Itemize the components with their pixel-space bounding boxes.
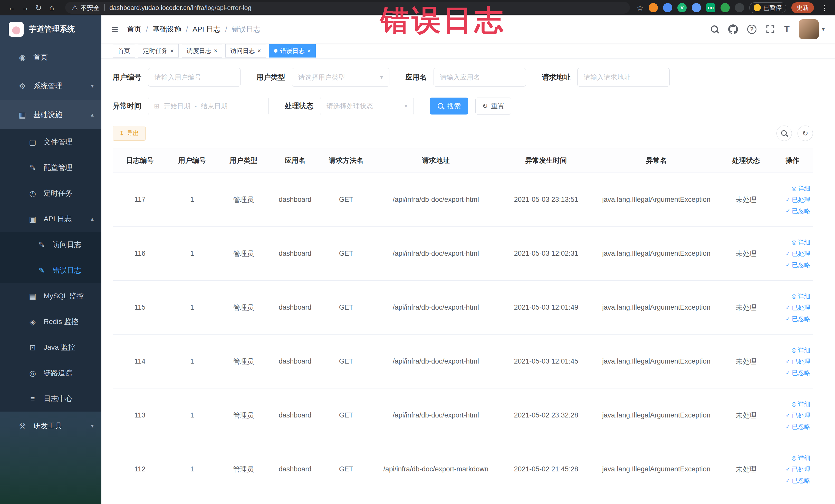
update-button[interactable]: 更新: [791, 2, 814, 13]
cell-exception-name: java.lang.IllegalArgumentException: [592, 196, 720, 204]
paused-badge[interactable]: 已暂停: [749, 2, 786, 13]
sidebar-item-redis-monitor[interactable]: ◈ Redis 监控: [0, 309, 101, 335]
tab-home[interactable]: 首页: [113, 44, 135, 58]
ignored-action-link[interactable]: ✓已忽略: [786, 261, 810, 269]
processed-action-link[interactable]: ✓已处理: [786, 249, 810, 258]
check-icon: ✓: [786, 466, 790, 472]
browser-menu-icon[interactable]: ⋮: [819, 3, 830, 12]
cell-app-name: dashboard: [270, 196, 320, 204]
extension-icon-2[interactable]: [663, 3, 672, 12]
table-toolbar: ↧ 导出 ↻: [113, 125, 813, 141]
detail-action-link[interactable]: ◎详细: [792, 184, 810, 193]
close-icon[interactable]: ×: [307, 48, 311, 54]
sidebar-item-error-log[interactable]: ✎ 错误日志: [0, 258, 101, 283]
ignored-action-link[interactable]: ✓已忽略: [786, 315, 810, 323]
ignored-action-link[interactable]: ✓已忽略: [786, 477, 810, 485]
breadcrumb-item[interactable]: 首页: [127, 24, 141, 34]
processed-action-link[interactable]: ✓已处理: [786, 411, 810, 420]
extension-icon-7[interactable]: [735, 3, 744, 12]
breadcrumb-item[interactable]: API 日志: [192, 24, 221, 34]
detail-action-link[interactable]: ◎详细: [792, 454, 810, 462]
user-menu[interactable]: ▾: [799, 19, 825, 39]
sidebar-item-config-manage[interactable]: ✎ 配置管理: [0, 155, 101, 181]
back-icon[interactable]: ←: [5, 3, 19, 12]
tab-access-log[interactable]: 访问日志 ×: [225, 44, 266, 58]
processed-action-link[interactable]: ✓已处理: [786, 303, 810, 312]
ignored-action-link[interactable]: ✓已忽略: [786, 423, 810, 431]
processed-action-link[interactable]: ✓已处理: [786, 465, 810, 473]
file-icon: ▢: [27, 138, 38, 147]
cell-request-method: GET: [320, 411, 372, 419]
sidebar-item-mysql-monitor[interactable]: ▤ MySQL 监控: [0, 283, 101, 309]
sidebar-item-java-monitor[interactable]: ⊡ Java 监控: [0, 335, 101, 360]
close-icon[interactable]: ×: [214, 48, 218, 54]
github-icon[interactable]: [728, 24, 738, 34]
forward-icon[interactable]: →: [19, 3, 32, 12]
check-icon: ✓: [786, 262, 790, 268]
export-button[interactable]: ↧ 导出: [113, 126, 145, 141]
tab-schedule-log[interactable]: 调度日志 ×: [182, 44, 222, 58]
extension-icon-1[interactable]: [649, 3, 658, 12]
tab-error-log[interactable]: 错误日志 ×: [269, 44, 316, 58]
address-bar[interactable]: ⚠ 不安全 dashboard.yudao.iocoder.cn /infra/…: [65, 2, 630, 14]
breadcrumb-item[interactable]: 基础设施: [152, 24, 181, 34]
font-size-icon[interactable]: T: [784, 24, 790, 34]
fullscreen-icon[interactable]: [766, 25, 775, 34]
refresh-table-button[interactable]: ↻: [797, 125, 813, 141]
app-name-input[interactable]: [433, 68, 526, 86]
warning-icon: ⚠: [72, 4, 78, 12]
cell-process-status: 未处理: [720, 357, 772, 366]
extension-icon-on[interactable]: on: [706, 3, 715, 12]
sidebar-item-api-log[interactable]: ▣ API 日志 ▴: [0, 206, 101, 232]
help-icon[interactable]: ?: [747, 25, 756, 34]
sidebar-item-devtools[interactable]: ⚒ 研发工具 ▾: [0, 411, 101, 440]
user-id-input[interactable]: [148, 68, 241, 86]
sidebar-item-access-log[interactable]: ✎ 访问日志: [0, 232, 101, 258]
sidebar-item-system[interactable]: ⚙ 系统管理 ▾: [0, 72, 101, 100]
detail-action-link[interactable]: ◎详细: [792, 238, 810, 246]
sidebar-item-file-manage[interactable]: ▢ 文件管理: [0, 129, 101, 155]
filter-request-url: 请求地址: [542, 68, 670, 86]
hide-search-button[interactable]: [776, 125, 792, 141]
tab-scheduled-job[interactable]: 定时任务 ×: [138, 44, 179, 58]
sidebar-item-infra[interactable]: ▦ 基础设施 ▴: [0, 100, 101, 129]
detail-action-link[interactable]: ◎详细: [792, 346, 810, 354]
extension-icon-6[interactable]: [720, 3, 730, 12]
request-url-input[interactable]: [577, 68, 670, 86]
processed-action-link[interactable]: ✓已处理: [786, 196, 810, 204]
hamburger-icon[interactable]: ≡: [111, 24, 118, 35]
date-range-picker[interactable]: ⊞ 开始日期 - 结束日期: [148, 97, 269, 115]
calendar-icon: ⊞: [154, 102, 160, 110]
user-type-select[interactable]: 请选择用户类型 ▾: [292, 68, 389, 86]
check-icon: ✓: [786, 370, 790, 376]
process-status-select[interactable]: 请选择处理状态 ▾: [320, 97, 414, 115]
ignored-action-link[interactable]: ✓已忽略: [786, 207, 810, 215]
reload-icon[interactable]: ↻: [32, 3, 45, 12]
app-frame: 芋道管理系统 ◉ 首页 ⚙ 系统管理 ▾ ▦ 基础设施 ▴ ▢ 文件管理 ✎: [0, 15, 835, 504]
reset-button[interactable]: ↻ 重置: [475, 98, 511, 115]
sidebar-item-home[interactable]: ◉ 首页: [0, 43, 101, 72]
close-icon[interactable]: ×: [170, 48, 174, 54]
detail-icon: ◎: [792, 294, 796, 299]
detail-action-link[interactable]: ◎详细: [792, 400, 810, 408]
search-icon[interactable]: [710, 25, 719, 34]
sidebar-item-trace[interactable]: ◎ 链路追踪: [0, 360, 101, 386]
ignored-action-link[interactable]: ✓已忽略: [786, 369, 810, 377]
browser-home-icon[interactable]: ⌂: [45, 3, 59, 12]
detail-action-link[interactable]: ◎详细: [792, 292, 810, 300]
filter-exception-time: 异常时间 ⊞ 开始日期 - 结束日期: [113, 97, 269, 115]
bookmark-star-icon[interactable]: ☆: [636, 3, 644, 12]
sidebar-item-scheduled-job[interactable]: ◷ 定时任务: [0, 181, 101, 206]
sidebar-item-log-center[interactable]: ≡ 日志中心: [0, 386, 101, 411]
header-actions: ? T ▾: [710, 19, 825, 39]
home-icon: ◉: [17, 53, 28, 62]
extension-icon-3[interactable]: V: [677, 3, 687, 12]
cell-user-id: 1: [167, 249, 217, 258]
close-icon[interactable]: ×: [258, 48, 261, 54]
processed-action-link[interactable]: ✓已处理: [786, 357, 810, 366]
column-header: 请求方法名: [320, 156, 372, 165]
extension-icon-4[interactable]: [692, 3, 701, 12]
cell-exception-name: java.lang.IllegalArgumentException: [592, 411, 720, 419]
app-logo[interactable]: 芋道管理系统: [0, 15, 101, 43]
search-button[interactable]: 搜索: [430, 98, 468, 115]
